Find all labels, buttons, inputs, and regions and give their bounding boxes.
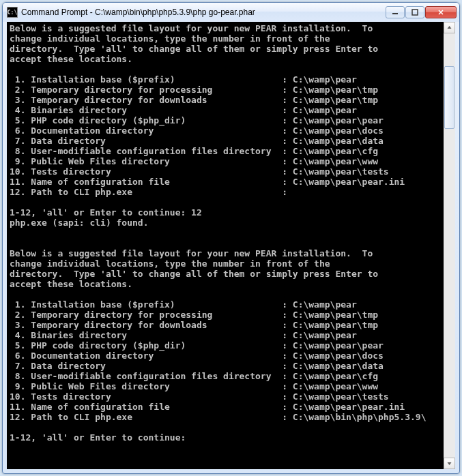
console-output[interactable]: Below is a suggested file layout for you…: [7, 22, 444, 469]
svg-rect-0: [392, 13, 398, 14]
scroll-up-button[interactable]: [444, 22, 455, 33]
command-prompt-window: C:\ Command Prompt - C:\wamp\bin\php\php…: [2, 2, 460, 474]
scroll-track[interactable]: [444, 33, 455, 458]
titlebar[interactable]: C:\ Command Prompt - C:\wamp\bin\php\php…: [3, 3, 459, 22]
minimize-button[interactable]: [386, 6, 405, 18]
svg-rect-1: [412, 10, 418, 15]
window-controls: [386, 6, 457, 18]
client-area: Below is a suggested file layout for you…: [7, 22, 455, 469]
close-button[interactable]: [425, 6, 457, 18]
app-icon: C:\: [7, 7, 18, 18]
window-title: Command Prompt - C:\wamp\bin\php\php5.3.…: [21, 8, 386, 17]
vertical-scrollbar[interactable]: [444, 22, 455, 469]
scroll-thumb[interactable]: [444, 66, 454, 129]
maximize-button[interactable]: [405, 6, 424, 18]
scroll-down-button[interactable]: [444, 458, 455, 469]
